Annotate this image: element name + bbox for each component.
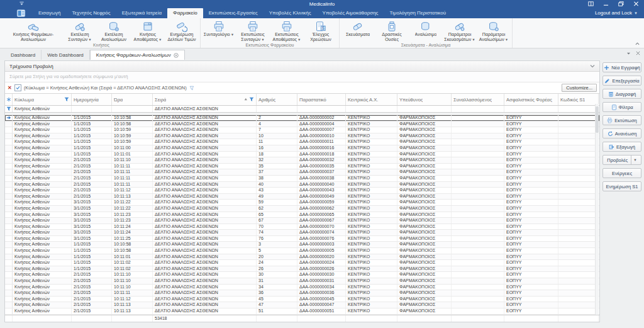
filter-enabled-checkbox[interactable] [14, 84, 21, 91]
grid-row[interactable]: Κινήσεις Ασθενών2/1/201510:11:11ΔΕΛΤΙΟ Α… [5, 164, 599, 170]
grid-row[interactable]: Κινήσεις Ασθενών1/1/201510:10:59ΔΕΛΤΙΟ Α… [5, 127, 599, 133]
grid-column-header[interactable]: Αριθμός [257, 94, 297, 105]
delete-button[interactable]: Διαγραφή [602, 89, 641, 99]
compounds-button[interactable]: Σκευάσματα [341, 19, 375, 42]
ribbon-tab[interactable]: Εξωτερικά Ιατρεία [116, 8, 167, 18]
grid-row[interactable]: Κινήσεις Ασθενών2/1/201510:11:11ΔΕΛΤΙΟ Α… [5, 182, 599, 188]
grid-column-header[interactable]: Κύκλωμα [13, 94, 72, 105]
active-substances-button[interactable]: Δραστικές Ουσίες [375, 19, 409, 42]
grid-row[interactable]: Κινήσεις Ασθενών2/1/201510:11:12ΔΕΛΤΙΟ Α… [5, 188, 599, 194]
grid-row[interactable]: Κινήσεις Ασθενών2/1/201510:11:10ΔΕΛΤΙΟ Α… [5, 278, 599, 285]
close-tab-icon[interactable] [174, 53, 179, 58]
close-tab-group-icon[interactable] [636, 51, 640, 55]
export-button[interactable]: Εξαγωγή [602, 142, 641, 152]
print-button[interactable]: Εκτύπωση [602, 115, 641, 125]
pharm-consumable-movements-button[interactable]: Κινήσεις Φαρμάκων-Αναλωσίμων [4, 19, 63, 42]
grid-row[interactable]: Κινήσεις Ασθενών3/1/201510:11:23ΔΕΛΤΙΟ Α… [5, 212, 599, 218]
consumable-button[interactable]: Αναλώσιμο [409, 19, 443, 42]
dock-window-icon[interactable] [588, 1, 594, 6]
grid-row[interactable]: Κινήσεις Ασθενών1/1/201510:10:59ΔΕΛΤΙΟ Α… [5, 139, 599, 145]
view-collapse-icon[interactable] [590, 64, 595, 68]
vertical-scrollbar[interactable] [595, 104, 599, 315]
auto-filter-cell[interactable] [72, 106, 112, 112]
auto-filter-cell[interactable] [452, 106, 504, 112]
grid-row[interactable]: Κινήσεις Ασθενών1/1/201510:11:01ΔΕΛΤΙΟ Α… [5, 152, 599, 158]
grid-row[interactable]: Κινήσεις Ασθενών2/1/201510:11:13ΔΕΛΤΙΟ Α… [5, 194, 599, 200]
grid-column-header[interactable]: Ασφαλιστικός Φορέας [504, 94, 558, 105]
close-icon[interactable] [633, 1, 639, 6]
grid-row[interactable]: Κινήσεις Ασθενών2/1/201510:11:12ΔΕΛΤΙΟ Α… [5, 297, 599, 303]
grid-row[interactable]: Κινήσεις Ασθενών1/1/201510:10:58ΔΕΛΤΙΟ Α… [5, 242, 599, 248]
grid-row[interactable]: Κινήσεις Ασθενών3/1/201510:11:25ΔΕΛΤΙΟ Α… [5, 236, 599, 242]
grid-column-header[interactable]: Υπεύθυνος [397, 94, 452, 105]
update-s1-button[interactable]: Ενημέρωση S1 [602, 181, 641, 191]
auto-filter-cell[interactable] [346, 106, 397, 112]
auto-filter-cell[interactable] [112, 106, 153, 112]
chevron-down-icon[interactable]: ▼ [631, 156, 636, 164]
refresh-button[interactable]: Ανανέωση [602, 128, 641, 139]
grid-row[interactable]: Κινήσεις Ασθενών1/1/201510:10:58ΔΕΛΤΙΟ Α… [5, 248, 599, 254]
row-indicator-header[interactable] [5, 94, 13, 105]
grid-row[interactable]: Κινήσεις Ασθενών1/1/201510:10:58ΔΕΛΤΙΟ Α… [5, 115, 599, 122]
execute-prescriptions-button[interactable]: Εκτέλεση Συνταγών▼ [63, 19, 97, 42]
ribbon-tab[interactable]: Τεχνητός Νεφρός [66, 8, 116, 18]
ribbon-tab[interactable]: Υποβολές Κλινικής [264, 8, 317, 18]
grid-column-header[interactable]: Ημερομηνία [72, 94, 112, 105]
actions-button[interactable]: Ενέργειες [602, 168, 641, 178]
tab-dashboard[interactable]: Dashboard [5, 50, 42, 60]
grid-row[interactable]: Κινήσεις Ασθενών2/1/201510:11:13ΔΕΛΤΙΟ Α… [5, 302, 599, 308]
grid-row[interactable]: Κινήσεις Ασθενών3/1/201510:11:23ΔΕΛΤΙΟ Α… [5, 218, 599, 224]
grid-row[interactable]: Κινήσεις Ασθενών1/1/201510:11:02ΔΕΛΤΙΟ Α… [5, 266, 599, 273]
grid-row[interactable]: Κινήσεις Ασθενών2/1/201510:11:10ΔΕΛΤΙΟ Α… [5, 272, 599, 278]
edit-button[interactable]: Επεξεργασία [602, 76, 641, 86]
grid-row[interactable]: Κινήσεις Ασθενών1/1/201510:11:02ΔΕΛΤΙΟ Α… [5, 260, 599, 266]
auto-filter-cell[interactable] [558, 106, 599, 112]
app-menu-icon[interactable] [16, 9, 26, 17]
consumable-params-button[interactable]: Παράμετροι Αναλωσίμων▼ [477, 19, 511, 42]
ribbon-tab[interactable]: Εκτυπώσεις-Εργασίες [203, 8, 264, 18]
auto-filter-cell[interactable] [397, 106, 452, 112]
ribbon-tab[interactable]: Υποβολές Αιμοκάθαρσης [317, 8, 384, 18]
filter-funnel-icon[interactable] [189, 86, 194, 91]
remove-filter-icon[interactable]: ✕ [8, 85, 12, 91]
grid-column-header[interactable]: Παραστατικό [297, 94, 346, 105]
restore-icon[interactable] [618, 1, 624, 6]
auto-filter-cell[interactable]: Κινήσεις Ασθενών [13, 106, 72, 112]
print-stock-button[interactable]: Εκτυπώσεις Αποθέματος▼ [270, 19, 304, 42]
auto-filter-cell[interactable]: ΔΕΛΤΙΟ ΑΝΑΛΩΣΗΣ ΑΣΘΕΝΩΝ [153, 106, 257, 112]
update-price-lists-button[interactable]: Ενημέρωση Δελτίων Τιμών [165, 19, 199, 42]
auto-filter-cell[interactable] [297, 106, 346, 112]
grid-row[interactable]: Κινήσεις Ασθενών1/1/201510:10:58ΔΕΛΤΙΟ Α… [5, 122, 599, 128]
execute-consumables-button[interactable]: Εκτέλεση Αναλωσίμων [97, 19, 131, 42]
tab-list-dropdown-icon[interactable] [626, 52, 631, 55]
grid-column-header[interactable]: Ώρα [112, 94, 153, 105]
filters-button[interactable]: Φίλτρα [602, 102, 641, 112]
grid-row[interactable]: Κινήσεις Ασθενών3/1/201510:11:22ΔΕΛΤΙΟ Α… [5, 206, 599, 212]
grid-row[interactable]: Κινήσεις Ασθενών3/1/201510:11:22ΔΕΛΤΙΟ Α… [5, 200, 599, 206]
group-by-box[interactable]: Σύρετε μια Στήλη για να ομαδοποιήσετε σύ… [5, 72, 599, 82]
prescription-book-button[interactable]: Συνταγολόγιο▼ [202, 19, 236, 42]
grid-column-header[interactable]: Σειρά [153, 94, 257, 105]
scrollbar-thumb[interactable] [596, 106, 599, 133]
views-button[interactable]: Προβολές▼ [602, 155, 641, 165]
ribbon-tab[interactable]: Φαρμακείο [167, 8, 203, 18]
new-record-button[interactable]: Νέα Εγγραφή [602, 62, 641, 72]
logout-button[interactable]: Logout and Lock▼ [595, 8, 644, 18]
grid-row[interactable]: Κινήσεις Ασθενών3/1/201510:11:24ΔΕΛΤΙΟ Α… [5, 224, 599, 230]
auto-filter-cell[interactable] [504, 106, 558, 112]
auto-filter-cell[interactable] [257, 106, 297, 112]
compound-params-button[interactable]: Παράμετροι Σκευασμάτων▼ [443, 19, 477, 42]
grid-column-header[interactable]: Κεντρικός Α.Χ. [346, 94, 397, 105]
minimize-icon[interactable] [603, 1, 609, 6]
stock-movements-button[interactable]: Κινήσεις Αποθέματος▼ [131, 19, 165, 42]
grid-row[interactable]: Κινήσεις Ασθενών2/1/201510:11:10ΔΕΛΤΙΟ Α… [5, 157, 599, 164]
tab-web-dashboard[interactable]: Web Dashboard [42, 50, 90, 60]
ribbon-collapse-icon[interactable] [635, 42, 640, 46]
grid-column-header[interactable]: Συναλλασσόμενος [452, 94, 504, 105]
grid-row[interactable]: Κινήσεις Ασθενών2/1/201510:11:11ΔΕΛΤΙΟ Α… [5, 176, 599, 182]
grid-column-header[interactable]: Κωδικός S1 [558, 94, 599, 105]
print-prescriptions-button[interactable]: Εκτυπώσεις Συνταγών▼ [236, 19, 270, 42]
grid-row[interactable]: Κινήσεις Ασθενών2/1/201510:11:11ΔΕΛΤΙΟ Α… [5, 290, 599, 297]
grid-row[interactable]: Κινήσεις Ασθενών1/1/201510:11:01ΔΕΛΤΙΟ Α… [5, 254, 599, 261]
grid-row[interactable]: Κινήσεις Ασθενών3/1/201510:11:24ΔΕΛΤΙΟ Α… [5, 230, 599, 236]
